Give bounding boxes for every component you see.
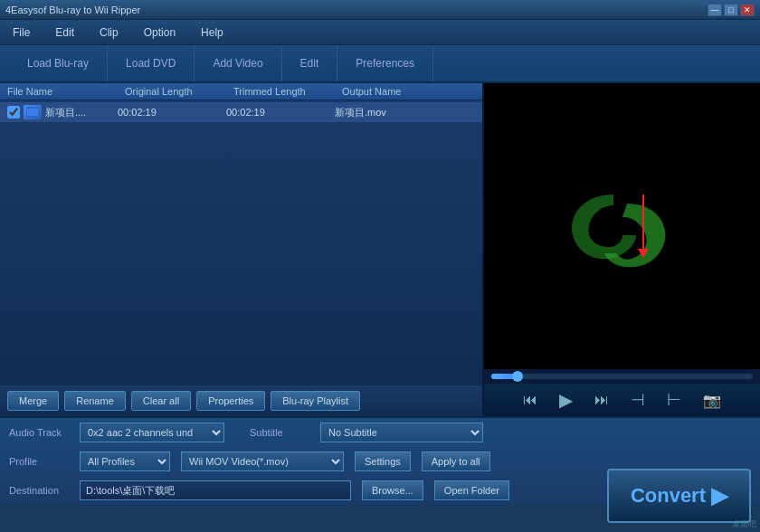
bluray-playlist-button[interactable]: Blu-ray Playlist — [271, 391, 360, 411]
convert-section: Convert ▶ — [607, 469, 751, 523]
col-header-output: Output Name — [342, 86, 451, 97]
row-checkbox[interactable] — [7, 106, 20, 119]
preview-video — [484, 83, 760, 369]
clear-all-button[interactable]: Clear all — [131, 391, 191, 411]
destination-label: Destination — [9, 485, 72, 496]
clip-start-button[interactable]: ⊣ — [627, 388, 649, 412]
profile-all-select[interactable]: All Profiles — [80, 451, 170, 471]
menu-bar: File Edit Clip Option Help — [0, 20, 760, 45]
preferences-button[interactable]: Preferences — [337, 45, 433, 81]
destination-path-input[interactable] — [80, 480, 351, 500]
close-button[interactable]: ✕ — [740, 4, 755, 16]
file-table-body: 新项目.... 00:02:19 00:02:19 新项目.mov — [0, 100, 482, 385]
audio-track-select[interactable]: 0x2 aac 2 channels und — [80, 423, 224, 442]
rewind-button[interactable]: ⏮ — [519, 390, 541, 410]
col-header-orig: Original Length — [125, 86, 233, 97]
progress-thumb[interactable] — [512, 371, 523, 382]
col-header-trim: Trimmed Length — [233, 86, 342, 97]
col-header-filename: File Name — [7, 86, 125, 97]
svg-rect-1 — [27, 109, 38, 116]
progress-track[interactable] — [491, 374, 753, 379]
convert-arrow-icon: ▶ — [711, 483, 727, 508]
toolbar: Load Blu-ray Load DVD Add Video Edit Pre… — [0, 45, 760, 83]
play-button[interactable]: ▶ — [556, 387, 576, 413]
apply-to-all-button[interactable]: Apply to all — [422, 451, 490, 471]
menu-option[interactable]: Option — [138, 24, 181, 41]
watermark: 桌面吧 — [732, 518, 756, 530]
menu-edit[interactable]: Edit — [50, 24, 80, 41]
snapshot-button[interactable]: 📷 — [699, 390, 725, 411]
menu-help[interactable]: Help — [195, 24, 229, 41]
properties-button[interactable]: Properties — [196, 391, 265, 411]
title-bar: 4Easysof Blu-ray to Wii Ripper — □ ✕ — [0, 0, 760, 20]
preview-controls: ⏮ ▶ ⏭ ⊣ ⊢ 📷 — [484, 384, 760, 416]
file-trim-cell: 00:02:19 — [226, 107, 335, 118]
file-list-area: File Name Original Length Trimmed Length… — [0, 83, 484, 416]
file-orig-cell: 00:02:19 — [118, 107, 226, 118]
file-table-header: File Name Original Length Trimmed Length… — [0, 83, 482, 100]
preview-area: ⏮ ▶ ⏭ ⊣ ⊢ 📷 — [484, 83, 760, 416]
add-video-button[interactable]: Add Video — [195, 45, 281, 81]
window-controls: — □ ✕ — [708, 4, 755, 16]
load-dvd-button[interactable]: Load DVD — [108, 45, 195, 81]
file-name-cell: 新项目.... — [45, 106, 118, 119]
preview-progress-bar[interactable] — [484, 369, 760, 384]
main-content: File Name Original Length Trimmed Length… — [0, 83, 760, 416]
profile-label: Profile — [9, 456, 72, 467]
edit-button[interactable]: Edit — [282, 45, 338, 81]
open-folder-button[interactable]: Open Folder — [434, 480, 509, 500]
app-title: 4Easysof Blu-ray to Wii Ripper — [5, 5, 140, 15]
fast-forward-button[interactable]: ⏭ — [591, 390, 613, 410]
convert-button[interactable]: Convert ▶ — [607, 469, 751, 523]
load-bluray-button[interactable]: Load Blu-ray — [9, 45, 108, 81]
minimize-button[interactable]: — — [708, 4, 722, 16]
audio-subtitle-row: Audio Track 0x2 aac 2 channels und Subti… — [0, 418, 760, 447]
file-list-buttons: Merge Rename Clear all Properties Blu-ra… — [0, 385, 482, 416]
rename-button[interactable]: Rename — [64, 391, 126, 411]
browse-button[interactable]: Browse... — [362, 480, 423, 500]
clip-end-button[interactable]: ⊢ — [663, 388, 685, 412]
audio-track-label: Audio Track — [9, 427, 72, 438]
subtitle-select[interactable]: No Subtitle — [320, 423, 483, 442]
settings-button[interactable]: Settings — [355, 451, 411, 471]
merge-button[interactable]: Merge — [7, 391, 59, 411]
menu-clip[interactable]: Clip — [94, 24, 124, 41]
menu-file[interactable]: File — [7, 24, 35, 41]
file-type-icon — [24, 105, 42, 119]
subtitle-label: Subtitle — [250, 427, 313, 438]
file-output-cell: 新项目.mov — [335, 106, 425, 119]
profile-format-select[interactable]: Wii MOV Video(*.mov) — [181, 451, 344, 471]
maximize-button[interactable]: □ — [724, 4, 738, 16]
preview-logo — [564, 176, 681, 276]
table-row[interactable]: 新项目.... 00:02:19 00:02:19 新项目.mov — [0, 102, 482, 122]
